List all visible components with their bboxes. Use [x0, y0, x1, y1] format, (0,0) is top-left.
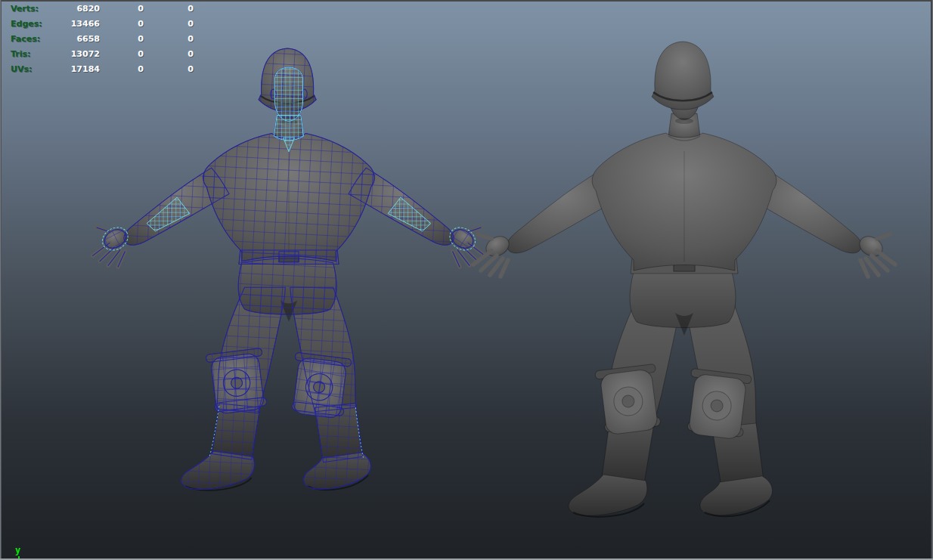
hud-row-edges: Edges: 13466 0 0: [11, 16, 194, 31]
hud-tris-col3: 0: [144, 49, 194, 59]
hud-label-uvs: UVs:: [11, 64, 54, 74]
polycount-hud: Verts: 6820 0 0 Edges: 13466 0 0 Faces: …: [11, 1, 194, 76]
viewport-3d[interactable]: Verts: 6820 0 0 Edges: 13466 0 0 Faces: …: [0, 0, 933, 560]
viewport-border-top: [0, 0, 933, 2]
hud-faces-col3: 0: [144, 34, 194, 44]
model-soldier-shaded[interactable]: [473, 42, 895, 517]
scene-canvas: [0, 0, 933, 560]
hud-faces-col2: 0: [100, 34, 144, 44]
hud-row-uvs: UVs: 17184 0 0: [11, 61, 194, 76]
hud-faces-total: 6658: [54, 34, 100, 44]
hud-label-tris: Tris:: [11, 49, 54, 59]
hud-label-verts: Verts:: [11, 4, 54, 14]
hud-verts-col3: 0: [144, 4, 194, 14]
hud-row-faces: Faces: 6658 0 0: [11, 31, 194, 46]
hud-uvs-total: 17184: [54, 64, 100, 74]
hud-tris-col2: 0: [100, 49, 144, 59]
hud-verts-col2: 0: [100, 4, 144, 14]
hud-uvs-col3: 0: [144, 64, 194, 74]
hud-row-verts: Verts: 6820 0 0: [11, 1, 194, 16]
hud-verts-total: 6820: [54, 4, 100, 14]
model-soldier-wireframe[interactable]: [93, 48, 485, 490]
hud-label-edges: Edges:: [11, 19, 54, 29]
hud-tris-total: 13072: [54, 49, 100, 59]
hud-edges-col2: 0: [100, 19, 144, 29]
hud-edges-col3: 0: [144, 19, 194, 29]
hud-edges-total: 13466: [54, 19, 100, 29]
axis-y-label: y: [15, 545, 20, 555]
hud-row-tris: Tris: 13072 0 0: [11, 46, 194, 61]
viewport-border-left: [0, 0, 2, 560]
hud-label-faces: Faces:: [11, 34, 54, 44]
hud-uvs-col2: 0: [100, 64, 144, 74]
